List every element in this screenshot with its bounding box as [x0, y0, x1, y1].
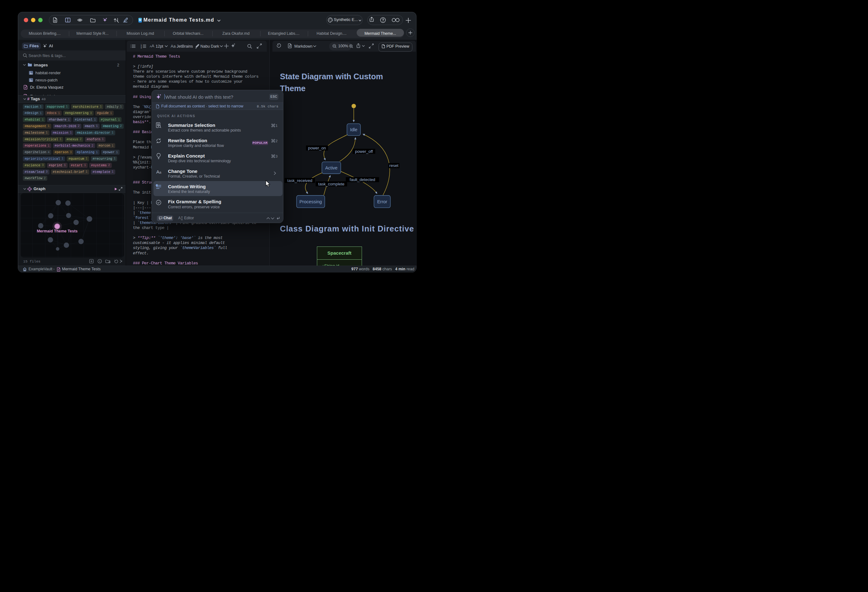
svg-text:Active: Active [325, 165, 338, 170]
svg-text:3: 3 [276, 154, 278, 158]
svg-text:power_off: power_off [355, 149, 373, 154]
svg-text:Error: Error [377, 199, 387, 204]
svg-text:Processing: Processing [299, 199, 322, 204]
svg-text:12pt: 12pt [156, 44, 164, 49]
svg-text:A: A [152, 44, 154, 48]
svg-text:JetBrains: JetBrains [177, 44, 193, 49]
svg-text:2: 2 [276, 139, 278, 143]
svg-text:PDF Preview: PDF Preview [387, 44, 410, 49]
svg-text:Nabu Dark: Nabu Dark [201, 44, 219, 49]
svg-text:reset: reset [389, 163, 398, 168]
svg-text:Idle: Idle [350, 127, 357, 132]
svg-text:power_on: power_on [308, 146, 326, 151]
svg-text:task_received: task_received [287, 178, 312, 183]
svg-text:Markdown: Markdown [294, 44, 313, 49]
svg-text:3: 3 [140, 47, 142, 49]
svg-text:1: 1 [276, 124, 278, 127]
svg-text:fault_detected: fault_detected [350, 177, 375, 182]
svg-text:100%: 100% [338, 44, 348, 48]
svg-text:Aa: Aa [171, 44, 176, 49]
svg-text:Mermaid Theme Tests: Mermaid Theme Tests [37, 229, 77, 233]
svg-text:task_complete: task_complete [318, 182, 344, 186]
